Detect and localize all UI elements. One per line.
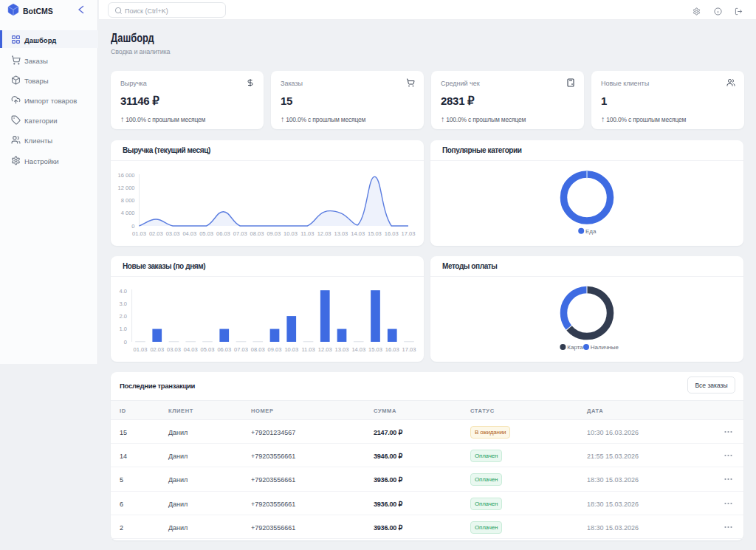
- svg-text:13.03: 13.03: [334, 230, 348, 237]
- svg-text:05.03: 05.03: [201, 346, 215, 353]
- svg-text:13.03: 13.03: [335, 346, 349, 353]
- svg-text:06.03: 06.03: [216, 230, 230, 237]
- svg-text:01.03: 01.03: [132, 230, 146, 237]
- svg-text:15.03: 15.03: [368, 346, 382, 353]
- svg-text:08.03: 08.03: [250, 230, 264, 237]
- svg-text:1.0: 1.0: [120, 326, 127, 332]
- svg-text:12.03: 12.03: [317, 230, 331, 237]
- svg-text:03.03: 03.03: [167, 346, 181, 353]
- svg-text:16.03: 16.03: [385, 230, 399, 237]
- svg-text:12.03: 12.03: [318, 346, 332, 353]
- svg-text:Наличные: Наличные: [591, 344, 619, 351]
- svg-text:17.03: 17.03: [402, 230, 416, 237]
- svg-text:04.03: 04.03: [184, 346, 198, 353]
- svg-text:Еда: Еда: [585, 228, 597, 235]
- svg-text:09.03: 09.03: [267, 230, 281, 237]
- svg-text:4.0: 4.0: [120, 288, 127, 295]
- svg-text:14.03: 14.03: [351, 230, 365, 237]
- svg-text:8 000: 8 000: [121, 197, 135, 204]
- svg-text:17.03: 17.03: [402, 346, 416, 353]
- svg-text:0: 0: [124, 339, 127, 346]
- svg-text:06.03: 06.03: [217, 346, 231, 353]
- svg-text:4 000: 4 000: [121, 210, 135, 216]
- svg-text:07.03: 07.03: [234, 346, 248, 353]
- svg-text:10.03: 10.03: [284, 230, 298, 237]
- svg-text:09.03: 09.03: [268, 346, 282, 353]
- svg-text:Карта: Карта: [567, 344, 583, 351]
- svg-text:12 000: 12 000: [118, 185, 135, 191]
- svg-text:01.03: 01.03: [134, 346, 148, 353]
- svg-text:03.03: 03.03: [166, 230, 180, 237]
- svg-text:11.03: 11.03: [300, 230, 314, 237]
- svg-text:16 000: 16 000: [118, 172, 135, 179]
- svg-text:2.0: 2.0: [120, 313, 127, 320]
- svg-text:02.03: 02.03: [149, 230, 163, 237]
- svg-text:05.03: 05.03: [199, 230, 213, 237]
- svg-text:14.03: 14.03: [351, 346, 365, 353]
- svg-text:04.03: 04.03: [182, 230, 196, 237]
- svg-text:3.0: 3.0: [120, 300, 127, 307]
- svg-text:10.03: 10.03: [284, 346, 298, 353]
- svg-text:07.03: 07.03: [233, 230, 247, 237]
- svg-text:15.03: 15.03: [368, 230, 382, 237]
- svg-text:11.03: 11.03: [301, 346, 315, 353]
- svg-text:08.03: 08.03: [251, 346, 265, 353]
- svg-text:0: 0: [131, 223, 134, 230]
- svg-text:02.03: 02.03: [150, 346, 164, 353]
- svg-text:16.03: 16.03: [385, 346, 399, 353]
